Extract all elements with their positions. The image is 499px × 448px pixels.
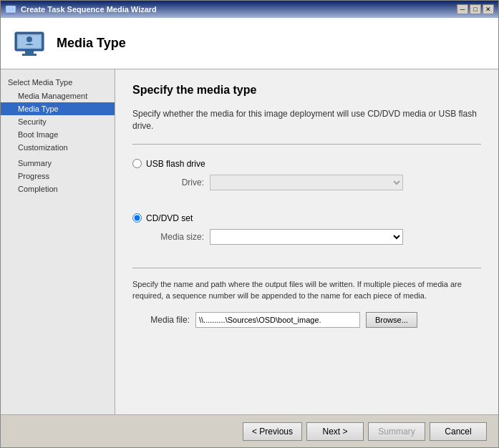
usb-option-group: USB flash drive Drive:	[132, 159, 481, 202]
header-icon	[12, 26, 47, 61]
wizard-header-title: Media Type	[57, 36, 126, 51]
content-title: Specify the media type	[132, 84, 481, 97]
wizard-header: Media Type	[1, 18, 498, 69]
wizard-footer: < Previous Next > Summary Cancel	[1, 414, 498, 447]
sidebar-item-completion[interactable]: Completion	[1, 182, 115, 195]
sidebar-item-boot-image[interactable]: Boot Image	[1, 128, 115, 141]
browse-button[interactable]: Browse...	[366, 312, 417, 328]
wizard-window: Create Task Sequence Media Wizard ─ □ ✕ …	[0, 0, 499, 448]
drive-label: Drive:	[147, 177, 204, 188]
sidebar-item-summary[interactable]: Summary	[1, 157, 115, 170]
maximize-button[interactable]: □	[470, 4, 481, 14]
sidebar-item-progress[interactable]: Progress	[1, 170, 115, 182]
media-file-label: Media file:	[132, 315, 190, 325]
wizard-icon	[5, 4, 16, 15]
media-file-row: Media file: Browse...	[132, 312, 481, 328]
media-file-input[interactable]	[195, 312, 360, 328]
media-size-field-row: Media size:	[147, 229, 481, 245]
sidebar-item-media-management[interactable]: Media Management	[1, 89, 115, 102]
content-panel: Specify the media type Specify whether t…	[115, 69, 498, 414]
svg-rect-3	[7, 14, 14, 14]
svg-rect-1	[7, 7, 14, 11]
svg-rect-7	[22, 54, 37, 56]
sidebar-item-media-type[interactable]: Media Type	[1, 102, 115, 115]
svg-rect-2	[9, 13, 13, 14]
usb-radio-label[interactable]: USB flash drive	[146, 159, 205, 169]
cancel-button[interactable]: Cancel	[430, 422, 487, 441]
title-bar: Create Task Sequence Media Wizard ─ □ ✕	[1, 1, 498, 18]
title-bar-left: Create Task Sequence Media Wizard	[5, 4, 157, 15]
cdvd-radio-label[interactable]: CD/DVD set	[146, 213, 193, 223]
sidebar-item-security[interactable]: Security	[1, 115, 115, 128]
usb-radio[interactable]	[132, 159, 142, 168]
drive-field-row: Drive:	[147, 175, 481, 190]
previous-button[interactable]: < Previous	[243, 422, 302, 441]
media-size-select[interactable]	[210, 229, 403, 245]
wizard-body: Select Media Type Media Management Media…	[1, 69, 498, 414]
content-description: Specify whether the media for this image…	[132, 108, 481, 132]
next-button[interactable]: Next >	[306, 422, 364, 441]
media-file-description: Specify the name and path where the outp…	[132, 268, 481, 302]
nav-panel: Select Media Type Media Management Media…	[1, 69, 115, 414]
nav-section-label: Select Media Type	[1, 75, 115, 89]
top-divider	[132, 144, 481, 145]
title-bar-controls: ─ □ ✕	[457, 4, 494, 14]
sidebar-item-customization[interactable]: Customization	[1, 141, 115, 154]
usb-radio-row: USB flash drive	[132, 159, 481, 169]
cdvd-option-group: CD/DVD set Media size:	[132, 213, 481, 256]
svg-point-9	[26, 36, 32, 42]
cdvd-radio-row: CD/DVD set	[132, 213, 481, 223]
title-bar-text: Create Task Sequence Media Wizard	[21, 5, 157, 14]
svg-rect-6	[25, 51, 34, 54]
minimize-button[interactable]: ─	[457, 4, 468, 14]
close-button[interactable]: ✕	[483, 4, 494, 14]
drive-select[interactable]	[210, 175, 403, 190]
summary-button[interactable]: Summary	[368, 422, 425, 441]
cdvd-radio[interactable]	[132, 213, 142, 223]
media-size-label: Media size:	[147, 232, 204, 242]
